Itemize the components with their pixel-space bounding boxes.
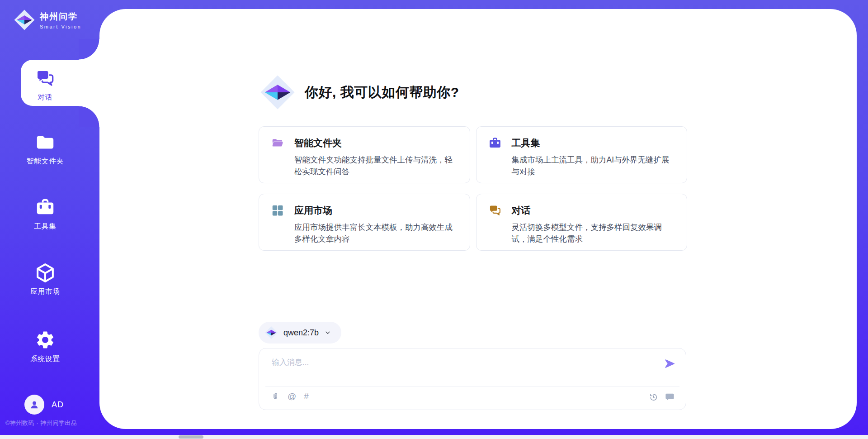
- scrollbar-thumb[interactable]: [179, 435, 203, 439]
- composer-tools-right: [649, 392, 675, 402]
- folder-icon: [35, 132, 56, 153]
- topic-icon[interactable]: #: [304, 392, 309, 401]
- chat-icon: [35, 68, 56, 89]
- sidebar-item-label: 对话: [38, 93, 53, 102]
- composer-tools-left: @ #: [271, 392, 309, 401]
- person-icon: [28, 399, 40, 410]
- composer-divider: [265, 386, 679, 387]
- card-description: 应用市场提供丰富长文本模板，助力高效生成多样化文章内容: [294, 221, 460, 245]
- card-app-market[interactable]: 应用市场 应用市场提供丰富长文本模板，助力高效生成多样化文章内容: [259, 194, 470, 251]
- sidebar-item-chat[interactable]: 对话: [0, 68, 90, 102]
- sidebar-item-settings[interactable]: 系统设置: [0, 329, 90, 364]
- card-description: 集成市场上主流工具，助力AI与外界无缝扩展与对接: [512, 154, 677, 178]
- sidebar-item-label: 智能文件夹: [27, 157, 64, 166]
- copyright: ©神州数码 · 神州问学出品: [5, 419, 77, 427]
- card-toolset[interactable]: 工具集 集成市场上主流工具，助力AI与外界无缝扩展与对接: [476, 126, 688, 183]
- folder-open-icon: [271, 136, 284, 150]
- feature-cards: 智能文件夹 智能文件夹功能支持批量文件上传与清洗，轻松实现文件问答 工具集 集成…: [259, 126, 687, 251]
- card-chat[interactable]: 对话 灵活切换多模型文件，支持多样回复效果调试，满足个性化需求: [476, 194, 688, 251]
- message-input[interactable]: [272, 356, 642, 369]
- app-root: 神州问学 Smart Vision 对话 智能文件夹 工具集 应用市场 系统设置: [0, 0, 868, 439]
- sidebar-item-label: 应用市场: [30, 287, 60, 296]
- card-title: 应用市场: [294, 204, 332, 217]
- message-composer: @ #: [259, 348, 686, 410]
- sidebar: 神州问学 Smart Vision 对话 智能文件夹 工具集 应用市场 系统设置: [0, 0, 99, 439]
- chat-icon: [488, 204, 502, 217]
- active-tab-fillet-bottom: [79, 106, 99, 127]
- user-chip[interactable]: AD: [24, 395, 64, 415]
- model-selector[interactable]: qwen2:7b: [259, 322, 341, 344]
- user-label: AD: [52, 400, 64, 410]
- card-title: 智能文件夹: [294, 137, 342, 149]
- attachment-icon[interactable]: [271, 392, 280, 401]
- history-icon[interactable]: [649, 392, 658, 402]
- card-title: 工具集: [512, 137, 540, 149]
- assistant-logo-icon: [259, 74, 296, 110]
- cube-icon: [35, 262, 56, 283]
- model-name: qwen2:7b: [283, 328, 319, 338]
- briefcase-icon: [35, 197, 56, 218]
- card-description: 灵活切换多模型文件，支持多样回复效果调试，满足个性化需求: [512, 221, 677, 245]
- avatar: [24, 395, 44, 415]
- gear-icon: [35, 329, 56, 350]
- chevron-down-icon: [324, 329, 331, 336]
- brand-subtitle: Smart Vision: [40, 24, 81, 29]
- brand-title: 神州问学: [40, 11, 81, 23]
- card-smart-folder[interactable]: 智能文件夹 智能文件夹功能支持批量文件上传与清洗，轻松实现文件问答: [259, 126, 470, 183]
- sidebar-item-label: 工具集: [34, 222, 57, 231]
- card-description: 智能文件夹功能支持批量文件上传与清洗，轻松实现文件问答: [294, 154, 460, 178]
- greeting: 你好, 我可以如何帮助你?: [259, 74, 459, 110]
- brand-logo-icon: [14, 9, 35, 31]
- feedback-bubble-icon[interactable]: [665, 392, 675, 402]
- send-icon[interactable]: [664, 358, 676, 370]
- greeting-title: 你好, 我可以如何帮助你?: [305, 83, 459, 102]
- horizontal-scrollbar[interactable]: [0, 435, 868, 439]
- sidebar-item-app-market[interactable]: 应用市场: [0, 262, 90, 296]
- model-logo-icon: [264, 326, 278, 339]
- sidebar-item-toolset[interactable]: 工具集: [0, 197, 90, 231]
- sidebar-item-label: 系统设置: [30, 354, 60, 364]
- briefcase-icon: [488, 136, 502, 150]
- sidebar-item-smart-folder[interactable]: 智能文件夹: [0, 132, 90, 166]
- grid-icon: [271, 204, 284, 217]
- brand: 神州问学 Smart Vision: [14, 9, 81, 31]
- mention-icon[interactable]: @: [288, 392, 296, 401]
- card-title: 对话: [512, 204, 531, 217]
- active-tab-fillet-top: [79, 39, 99, 60]
